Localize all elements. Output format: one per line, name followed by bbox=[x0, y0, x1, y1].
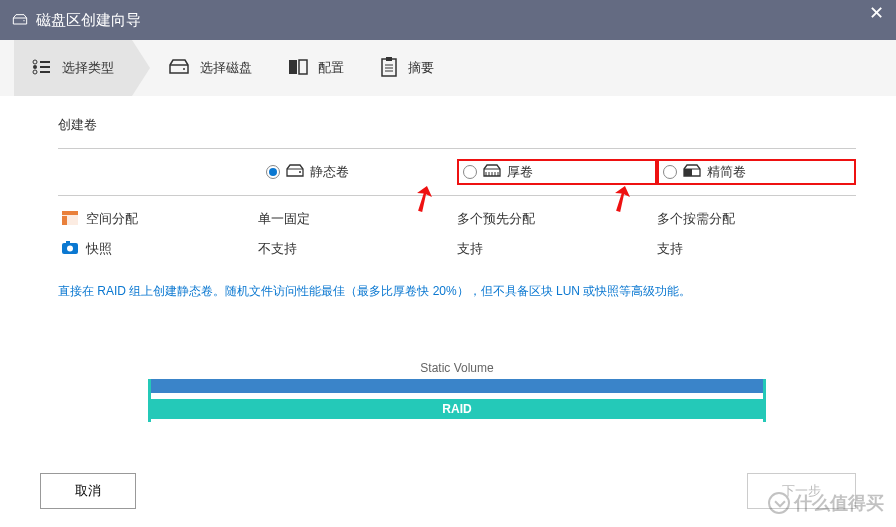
svg-rect-10 bbox=[289, 60, 297, 74]
static-volume-bar bbox=[151, 379, 763, 393]
radio-static-volume[interactable]: 静态卷 bbox=[258, 159, 457, 185]
svg-point-9 bbox=[183, 68, 185, 70]
step-label: 选择类型 bbox=[62, 59, 114, 77]
disk-half-icon bbox=[683, 164, 701, 181]
window-title: 磁盘区创建向导 bbox=[36, 11, 141, 30]
close-icon[interactable]: ✕ bbox=[869, 2, 884, 24]
title-bar: 磁盘区创建向导 ✕ bbox=[0, 0, 896, 40]
content-area: 创建卷 静态卷 厚卷 精简卷 ➚ ➚ bbox=[0, 96, 896, 432]
watermark: 什么值得买 bbox=[768, 491, 884, 515]
radio-label: 精简卷 bbox=[707, 163, 746, 181]
volume-type-row: 静态卷 厚卷 精简卷 ➚ ➚ bbox=[58, 148, 856, 196]
svg-point-31 bbox=[67, 245, 73, 251]
step-summary[interactable]: 摘要 bbox=[362, 40, 452, 96]
radio-thick-volume[interactable]: 厚卷 bbox=[457, 159, 656, 185]
section-title: 创建卷 bbox=[58, 116, 856, 134]
wizard-steps: 选择类型 选择磁盘 配置 摘要 bbox=[0, 40, 896, 96]
list-icon bbox=[32, 59, 52, 78]
svg-rect-32 bbox=[66, 241, 70, 244]
svg-point-1 bbox=[23, 20, 24, 21]
raid-bar: RAID bbox=[151, 399, 763, 419]
table-cell: 多个预先分配 bbox=[457, 210, 656, 228]
disk-icon bbox=[168, 59, 190, 78]
radio-icon bbox=[463, 165, 477, 179]
svg-rect-26 bbox=[684, 169, 692, 176]
radio-label: 静态卷 bbox=[310, 163, 349, 181]
step-select-disk[interactable]: 选择磁盘 bbox=[150, 40, 270, 96]
table-row: 快照 不支持 支持 支持 bbox=[58, 234, 856, 264]
svg-point-2 bbox=[33, 60, 37, 64]
radio-icon bbox=[663, 165, 677, 179]
svg-point-4 bbox=[33, 65, 37, 69]
row-label: 快照 bbox=[86, 240, 112, 258]
svg-rect-29 bbox=[62, 216, 67, 225]
table-cell: 单一固定 bbox=[258, 210, 457, 228]
table-cell: 支持 bbox=[457, 240, 656, 258]
step-configure[interactable]: 配置 bbox=[270, 40, 362, 96]
layout-icon bbox=[62, 211, 78, 228]
svg-point-6 bbox=[33, 70, 37, 74]
svg-rect-13 bbox=[386, 57, 392, 61]
svg-point-18 bbox=[299, 171, 301, 173]
table-cell: 不支持 bbox=[258, 240, 457, 258]
radio-label: 厚卷 bbox=[507, 163, 533, 181]
storage-icon bbox=[12, 13, 28, 27]
table-row: 空间分配 单一固定 多个预先分配 多个按需分配 bbox=[58, 204, 856, 234]
config-icon bbox=[288, 59, 308, 78]
watermark-icon bbox=[768, 492, 790, 514]
svg-rect-28 bbox=[62, 211, 78, 215]
description-text: 直接在 RAID 组上创建静态卷。随机文件访问性能最佳（最多比厚卷快 20%），… bbox=[58, 282, 856, 301]
diagram-top-label: Static Volume bbox=[148, 361, 766, 375]
svg-rect-11 bbox=[299, 60, 307, 74]
disk-stack-icon bbox=[483, 164, 501, 181]
volume-diagram: Static Volume RAID bbox=[148, 361, 766, 422]
row-label: 空间分配 bbox=[86, 210, 138, 228]
step-label: 配置 bbox=[318, 59, 344, 77]
camera-icon bbox=[62, 241, 78, 258]
comparison-table: 空间分配 单一固定 多个预先分配 多个按需分配 快照 不支持 支持 支持 bbox=[58, 204, 856, 264]
disk-icon bbox=[286, 164, 304, 181]
step-label: 摘要 bbox=[408, 59, 434, 77]
radio-icon bbox=[266, 165, 280, 179]
footer: 取消 下一步 bbox=[0, 473, 896, 509]
radio-thin-volume[interactable]: 精简卷 bbox=[657, 159, 856, 185]
table-cell: 多个按需分配 bbox=[657, 210, 856, 228]
cancel-button[interactable]: 取消 bbox=[40, 473, 136, 509]
step-label: 选择磁盘 bbox=[200, 59, 252, 77]
summary-icon bbox=[380, 57, 398, 80]
table-cell: 支持 bbox=[657, 240, 856, 258]
step-select-type[interactable]: 选择类型 bbox=[14, 40, 132, 96]
